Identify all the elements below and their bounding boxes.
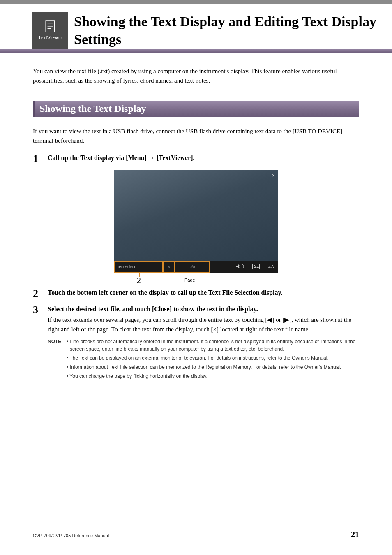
screenshot-close-icon[interactable]: × [272, 172, 275, 178]
step-1-heading: Call up the Text display via [Menu] → [T… [48, 153, 359, 162]
textviewer-icon [45, 20, 55, 32]
page-title: Showing the Text Display and Editing Tex… [68, 12, 392, 48]
step-2-heading: Touch the bottom left corner on the disp… [48, 288, 359, 297]
step-3-heading: Select the desired text file, and touch … [48, 305, 359, 314]
text-select-button[interactable]: Text Select [114, 261, 163, 273]
note-label: NOTE [48, 338, 67, 382]
textviewer-badge: TextViewer [32, 12, 68, 49]
footer-page-number: 21 [351, 530, 359, 539]
note-item: The Text can be displayed on an external… [67, 354, 359, 362]
top-grey-bar [0, 0, 392, 4]
screenshot-wrapper: × Text Select × 0/0 ᴀA [33, 170, 359, 286]
screenshot-panel: × Text Select × 0/0 ᴀA [114, 170, 278, 273]
step-2: 2 Touch the bottom left corner on the di… [33, 288, 359, 299]
text-size-icon[interactable]: ᴀA [268, 264, 274, 270]
svg-point-7 [254, 265, 255, 266]
step-2-number: 2 [33, 288, 48, 299]
page-indicator[interactable]: 0/0 [175, 261, 210, 273]
header-row: TextViewer Showing the Text Display and … [0, 4, 392, 49]
intro-paragraph: You can view the text file (.txt) create… [33, 67, 359, 85]
title-underline-bar [0, 49, 392, 53]
step-3: 3 Select the desired text file, and touc… [33, 305, 359, 382]
step-3-description: If the text extends over several pages, … [48, 315, 359, 334]
clear-text-button[interactable]: × [163, 261, 175, 273]
note-item: You can change the page by flicking hori… [67, 372, 359, 380]
svg-rect-0 [46, 21, 54, 32]
section-intro: If you want to view the text in a USB fl… [33, 127, 359, 145]
step-1: 1 Call up the Text display via [Menu] → … [33, 153, 359, 164]
note-block: NOTE Line breaks are not automatically e… [48, 338, 359, 382]
note-list: Line breaks are not automatically entere… [67, 338, 359, 382]
step-3-number: 3 [33, 305, 48, 382]
annotation-page: Page [184, 278, 195, 282]
section-heading: Showing the Text Display [33, 101, 359, 117]
svg-marker-5 [242, 264, 243, 265]
screenshot-bottom-bar: Text Select × 0/0 ᴀA [114, 261, 278, 273]
footer: CVP-709/CVP-705 Reference Manual 21 [33, 530, 359, 539]
speaker-reset-icon[interactable] [236, 264, 244, 271]
annotation-2: 2 [137, 276, 141, 285]
note-item: Line breaks are not automatically entere… [67, 338, 359, 353]
note-item: Information about Text File selection ca… [67, 363, 359, 371]
textviewer-badge-label: TextViewer [38, 35, 62, 41]
step-1-number: 1 [33, 153, 48, 164]
picture-icon[interactable] [252, 264, 260, 271]
screenshot-annotations: 2 Page [114, 273, 278, 286]
content-area: You can view the text file (.txt) create… [0, 53, 392, 382]
footer-manual-name: CVP-709/CVP-705 Reference Manual [33, 533, 109, 538]
